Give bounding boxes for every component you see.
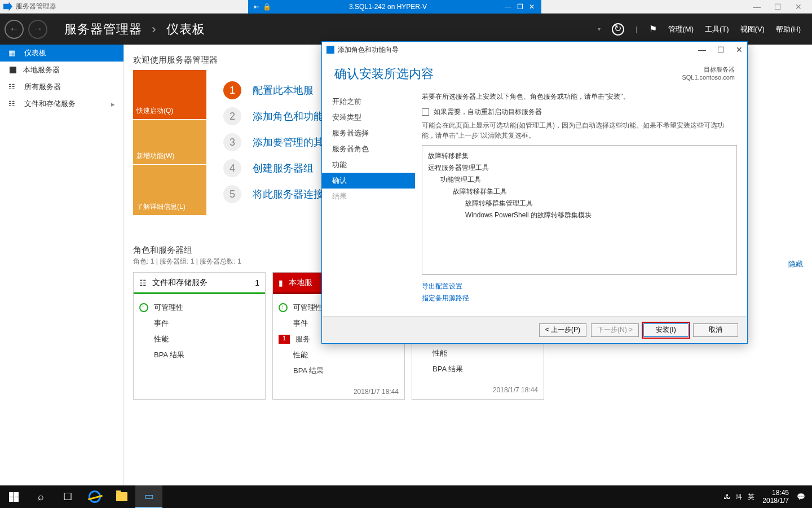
card-timestamp: 2018/1/7 18:44 — [273, 384, 404, 399]
vm-nav-icons[interactable]: ⇤🔒 — [254, 3, 271, 11]
export-settings-link[interactable]: 导出配置设置 — [422, 281, 737, 292]
menu-manage[interactable]: 管理(M) — [668, 24, 694, 34]
sidebar-item-file-storage[interactable]: ☷文件和存储服务▸ — [0, 95, 123, 112]
cancel-button[interactable]: 取消 — [693, 323, 738, 337]
network-icon[interactable]: 🖧 — [723, 493, 730, 501]
sidebar-item-local-server[interactable]: 本地服务器 — [0, 62, 123, 78]
card-row-label[interactable]: 性能 — [293, 350, 308, 360]
card-row-label[interactable]: 可管理性 — [154, 303, 183, 313]
next-button: 下一步(N) > — [591, 323, 639, 337]
breadcrumb: 服务器管理器 › 仪表板 — [64, 21, 205, 38]
outer-minimize-icon[interactable]: — — [753, 2, 761, 11]
tile-learnmore[interactable]: 了解详细信息(L) — [133, 165, 206, 216]
wizard-minimize-icon[interactable]: — — [698, 45, 706, 54]
card-row-label[interactable]: 可管理性 — [293, 303, 323, 313]
menu-tools[interactable]: 工具(T) — [705, 24, 729, 34]
outer-close-icon[interactable]: ✕ — [795, 2, 802, 11]
feature-item: 故障转移群集 — [428, 150, 731, 162]
card-row-label[interactable]: 事件 — [154, 318, 169, 329]
dropdown-icon[interactable]: ▾ — [598, 26, 601, 32]
wizard-icon — [326, 46, 334, 54]
ime-lang[interactable]: 英 — [748, 492, 754, 502]
wizard-buttons: < 上一步(P) 下一步(N) > 安装(I) 取消 — [322, 316, 747, 343]
step-text: 添加要管理的其 — [253, 135, 324, 149]
app-title: 服务器管理器 — [16, 2, 56, 11]
ime-icon[interactable]: 㘰 — [736, 493, 742, 501]
server-manager-taskbar[interactable]: ▭ — [135, 485, 162, 508]
flag-icon[interactable]: ⚑ — [649, 24, 657, 34]
install-button[interactable]: 安装(I) — [643, 323, 689, 337]
wizard-message: 若要在所选服务器上安装以下角色、角色服务或功能，请单击"安装"。 — [422, 91, 737, 102]
taskview-button[interactable]: ☐ — [54, 485, 81, 508]
wiz-nav-features[interactable]: 功能 — [322, 157, 415, 173]
card-file-storage[interactable]: ☷文件和存储服务1 可管理性 事件 性能 BPA 结果 — [133, 272, 266, 400]
vm-restore-icon[interactable]: ❐ — [517, 3, 523, 11]
ie-button[interactable] — [81, 485, 108, 508]
refresh-icon[interactable] — [612, 23, 624, 36]
card-row-label[interactable]: 性能 — [154, 334, 169, 344]
add-roles-wizard: 添加角色和功能向导 — ☐ ✕ 确认安装所选内容 目标服务器 SQL1.cont… — [321, 41, 748, 344]
sidebar: ▦仪表板 本地服务器 ☷所有服务器 ☷文件和存储服务▸ — [0, 45, 124, 485]
hide-link[interactable]: 隐藏 — [788, 259, 803, 269]
wiz-nav-confirm[interactable]: 确认 — [322, 173, 415, 189]
step-text: 创建服务器组 — [253, 161, 314, 175]
tile-label: 新增功能(W) — [136, 151, 174, 161]
outer-maximize-icon[interactable]: ☐ — [774, 2, 782, 11]
card-row-label[interactable]: BPA 结果 — [154, 350, 184, 360]
wiz-nav-server[interactable]: 服务器选择 — [322, 125, 415, 141]
vm-title-bar[interactable]: ⇤🔒 3.SQL1-242 on HYPER-V — ❐ ✕ — [248, 0, 541, 14]
search-icon: ⌕ — [38, 491, 44, 503]
restart-checkbox-row[interactable]: 如果需要，自动重新启动目标服务器 — [422, 107, 737, 117]
sidebar-item-label: 本地服务器 — [23, 65, 60, 75]
vm-close-icon[interactable]: ✕ — [529, 3, 535, 11]
status-ok-icon — [139, 303, 148, 312]
wizard-close-icon[interactable]: ✕ — [736, 45, 743, 54]
sidebar-item-all-servers[interactable]: ☷所有服务器 — [0, 78, 123, 95]
feature-list[interactable]: 故障转移群集 远程服务器管理工具 功能管理工具 故障转移群集工具 故障转移群集管… — [422, 145, 737, 275]
card-title: 本地服 — [289, 278, 312, 288]
taskview-icon: ☐ — [63, 491, 72, 503]
prev-button[interactable]: < 上一步(P) — [539, 323, 586, 337]
wiz-nav-before[interactable]: 开始之前 — [322, 94, 415, 110]
card-row-label[interactable]: BPA 结果 — [433, 364, 463, 374]
system-tray: 🖧 㘰 英 18:45 2018/1/7 💬 — [723, 489, 812, 505]
card-row-label[interactable]: BPA 结果 — [293, 366, 324, 376]
wizard-note: 可能会在此页面上显示可选功能(如管理工具)，因为已自动选择这些功能。如果不希望安… — [422, 120, 737, 141]
server-manager-header: ← → 服务器管理器 › 仪表板 ▾ | ⚑ 管理(M) 工具(T) 视图(V)… — [0, 14, 812, 45]
start-button[interactable] — [0, 485, 27, 508]
chevron-right-icon: › — [152, 22, 156, 36]
feature-item: 功能管理工具 — [440, 174, 731, 186]
wizard-titlebar[interactable]: 添加角色和功能向导 — ☐ ✕ — [322, 42, 747, 58]
card-row-label[interactable]: 性能 — [433, 348, 447, 358]
dashboard-icon: ▦ — [8, 49, 17, 58]
vm-minimize-icon[interactable]: — — [505, 3, 511, 11]
wiz-nav-type[interactable]: 安装类型 — [322, 110, 415, 125]
notifications-icon[interactable]: 💬 — [797, 493, 805, 501]
taskbar: ⌕ ☐ ▭ 🖧 㘰 英 18:45 2018/1/7 💬 — [0, 485, 812, 508]
wiz-nav-roles[interactable]: 服务器角色 — [322, 141, 415, 157]
tile-quickstart[interactable]: 快速启动(Q) — [133, 70, 206, 120]
alt-source-link[interactable]: 指定备用源路径 — [422, 292, 737, 304]
wizard-maximize-icon[interactable]: ☐ — [717, 45, 725, 54]
chevron-right-icon: ▸ — [111, 100, 115, 108]
divider: | — [636, 25, 637, 33]
app-icon — [3, 2, 12, 11]
clock[interactable]: 18:45 2018/1/7 — [762, 489, 789, 505]
breadcrumb-root[interactable]: 服务器管理器 — [64, 22, 142, 36]
pin-icon[interactable]: 🔒 — [263, 3, 271, 11]
explorer-button[interactable] — [108, 485, 135, 508]
card-count: 1 — [255, 278, 259, 287]
tile-whatsnew[interactable]: 新增功能(W) — [133, 120, 206, 165]
card-row-label[interactable]: 事件 — [293, 318, 308, 329]
checkbox[interactable] — [422, 108, 429, 116]
sidebar-item-label: 所有服务器 — [24, 82, 61, 92]
menu-view[interactable]: 视图(V) — [740, 24, 765, 34]
sidebar-item-dashboard[interactable]: ▦仪表板 — [0, 45, 123, 62]
feature-item: 远程服务器管理工具 — [428, 162, 731, 174]
feature-item: Windows PowerShell 的故障转移群集模块 — [465, 209, 731, 221]
nav-back-button[interactable]: ← — [5, 20, 24, 39]
card-row-label[interactable]: 服务 — [295, 334, 310, 344]
menu-help[interactable]: 帮助(H) — [776, 24, 801, 34]
search-button[interactable]: ⌕ — [27, 485, 54, 508]
outer-window-controls: — ☐ ✕ — [743, 0, 812, 14]
